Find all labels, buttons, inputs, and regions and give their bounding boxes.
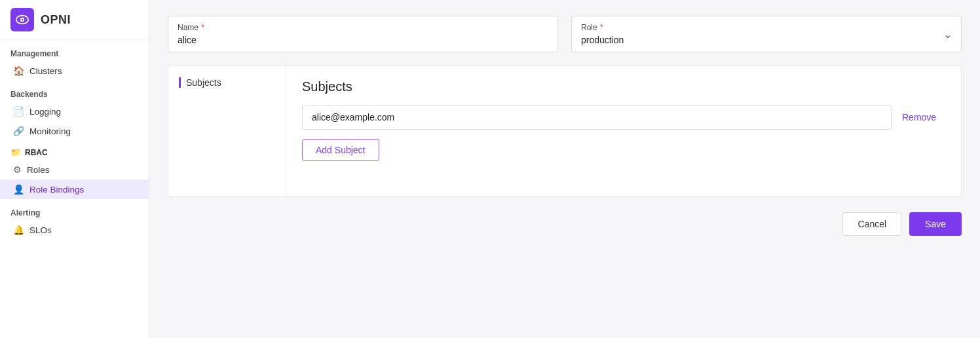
sidebar: OPNI Management 🏠 Clusters Backends 📄 Lo… [0, 0, 149, 338]
name-value: alice [178, 35, 548, 45]
monitoring-icon: 🔗 [13, 126, 24, 136]
role-value: production [581, 35, 952, 45]
add-subject-button[interactable]: Add Subject [302, 139, 379, 161]
save-button[interactable]: Save [909, 212, 962, 236]
subjects-sidebar-panel: Subjects [168, 66, 286, 196]
role-label: Role * [581, 23, 952, 32]
management-section-label: Management [0, 40, 149, 61]
subjects-main-panel: Subjects Remove Add Subject [286, 66, 961, 196]
chevron-down-icon: ⌄ [943, 28, 952, 41]
subjects-title: Subjects [302, 79, 945, 94]
name-label: Name * [178, 23, 548, 32]
clusters-label: Clusters [29, 66, 62, 76]
role-required-star: * [598, 23, 603, 32]
clusters-icon: 🏠 [13, 66, 24, 76]
sidebar-item-slos[interactable]: 🔔 SLOs [0, 220, 149, 240]
slos-label: SLOs [29, 225, 52, 235]
sidebar-item-monitoring[interactable]: 🔗 Monitoring [0, 121, 149, 141]
roles-icon: ⚙ [13, 164, 22, 175]
subject-input[interactable] [302, 105, 892, 130]
subjects-container: Subjects Subjects Remove Add Subject [168, 66, 962, 197]
sidebar-item-roles[interactable]: ⚙ Roles [0, 160, 149, 179]
subject-row: Remove [302, 105, 945, 130]
role-field-group[interactable]: Role * production ⌄ [571, 16, 962, 52]
alerting-section-label: Alerting [0, 199, 149, 220]
app-title: OPNI [41, 13, 71, 27]
app-header: OPNI [0, 0, 149, 40]
bottom-actions: Cancel Save [168, 212, 962, 236]
logging-icon: 📄 [13, 106, 24, 117]
form-top-row: Name * alice Role * production ⌄ [168, 16, 962, 52]
rbac-label: RBAC [25, 148, 48, 157]
svg-point-2 [22, 19, 24, 21]
subjects-sidebar-label: Subjects [179, 77, 221, 88]
remove-link[interactable]: Remove [902, 112, 936, 122]
logging-label: Logging [29, 107, 61, 117]
role-bindings-label: Role Bindings [29, 185, 84, 195]
sidebar-item-clusters[interactable]: 🏠 Clusters [0, 61, 149, 81]
cancel-button[interactable]: Cancel [842, 212, 901, 236]
backends-section-label: Backends [0, 81, 149, 102]
name-required-star: * [199, 23, 204, 32]
roles-label: Roles [27, 165, 50, 175]
monitoring-label: Monitoring [29, 126, 71, 136]
app-logo [10, 8, 34, 31]
rbac-icon: 📁 [10, 147, 21, 157]
main-content: Name * alice Role * production ⌄ Subject… [149, 0, 980, 338]
name-field-group: Name * alice [168, 16, 558, 52]
rbac-subsection-label: 📁 RBAC [0, 141, 149, 160]
slos-icon: 🔔 [13, 225, 24, 235]
role-bindings-icon: 👤 [13, 184, 24, 195]
sidebar-item-logging[interactable]: 📄 Logging [0, 102, 149, 121]
sidebar-item-role-bindings[interactable]: 👤 Role Bindings [0, 179, 149, 199]
